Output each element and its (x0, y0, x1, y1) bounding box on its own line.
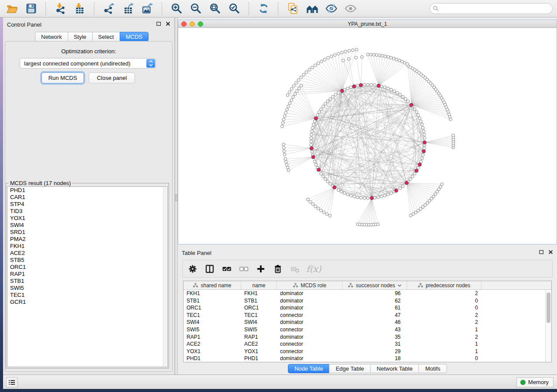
graph-hub-node[interactable] (405, 181, 408, 185)
graph-node[interactable] (393, 90, 396, 93)
graph-node[interactable] (419, 160, 422, 163)
mcds-result-item[interactable]: ORC1 (7, 264, 167, 271)
graph-node[interactable] (309, 200, 312, 203)
graph-node[interactable] (316, 113, 319, 117)
graph-node[interactable] (312, 123, 315, 126)
tab-edge-table[interactable]: Edge Table (329, 364, 370, 373)
column-header-name[interactable]: name (241, 281, 277, 289)
graph-node[interactable] (346, 87, 349, 90)
graph-node[interactable] (294, 93, 297, 96)
close-window-icon[interactable] (181, 21, 187, 27)
graph-node[interactable] (317, 207, 320, 210)
graph-node[interactable] (403, 61, 406, 64)
graph-node[interactable] (360, 196, 363, 199)
graph-node[interactable] (341, 51, 344, 54)
table-row[interactable]: SWI4SWI4dominator462 (183, 319, 551, 326)
table-row[interactable]: FKH1FKH1dominator962 (183, 290, 551, 297)
graph-node[interactable] (383, 194, 386, 197)
mcds-result-item[interactable]: STP4 (7, 201, 167, 208)
graph-node[interactable] (387, 87, 390, 90)
select-all-icon[interactable] (221, 263, 232, 275)
graph-node[interactable] (380, 195, 383, 198)
graph-node[interactable] (311, 66, 314, 69)
graph-node[interactable] (407, 100, 410, 103)
minimize-window-icon[interactable] (190, 21, 195, 27)
export-table-icon[interactable] (121, 2, 135, 16)
table-row[interactable]: YOX1YOX1connector291 (183, 348, 551, 355)
graph-node[interactable] (369, 53, 372, 56)
graph-hub-node[interactable] (314, 117, 318, 120)
mcds-result-item[interactable]: PMA2 (7, 236, 167, 243)
graph-node[interactable] (290, 99, 293, 102)
criterion-select[interactable]: largest connected component (undirected) (20, 58, 156, 69)
panel-splitter[interactable] (175, 17, 178, 375)
graph-node[interactable] (367, 197, 370, 200)
graph-node[interactable] (286, 108, 289, 111)
export-image-icon[interactable] (140, 2, 155, 16)
run-mcds-button[interactable]: Run MCDS (42, 72, 84, 83)
mcds-result-item[interactable]: SRD1 (7, 229, 167, 236)
zoom-out-icon[interactable] (188, 2, 203, 16)
graph-hub-node[interactable] (340, 89, 344, 93)
graph-node[interactable] (422, 127, 425, 130)
graph-node[interactable] (390, 56, 393, 59)
table-scrollbar-thumb[interactable] (547, 292, 550, 323)
graph-node[interactable] (330, 55, 333, 58)
table-row[interactable]: SWI5SWI5connector431 (183, 326, 551, 334)
mcds-result-item[interactable]: TID3 (7, 208, 167, 215)
graph-node[interactable] (322, 175, 325, 178)
graph-node[interactable] (283, 115, 286, 118)
mcds-result-item[interactable]: ACE2 (7, 250, 167, 257)
graph-node[interactable] (310, 137, 313, 140)
table-row[interactable]: TEC1TEC1connector472 (183, 312, 551, 319)
graph-node[interactable] (398, 59, 401, 62)
graph-node[interactable] (290, 87, 293, 90)
graph-node[interactable] (349, 194, 353, 197)
graph-node[interactable] (372, 53, 375, 56)
memory-button[interactable]: Memory (516, 377, 554, 387)
column-header-shared-name[interactable]: shared name (183, 281, 241, 289)
graph-node[interactable] (308, 69, 311, 72)
graph-node[interactable] (355, 56, 358, 59)
graph-node[interactable] (286, 94, 289, 97)
graph-node[interactable] (282, 146, 285, 149)
graph-node[interactable] (283, 153, 286, 156)
hide-graphics-details-icon[interactable] (324, 2, 339, 16)
graph-node[interactable] (356, 196, 359, 199)
graph-node[interactable] (340, 190, 343, 193)
zoom-in-icon[interactable] (169, 2, 184, 16)
graph-hub-node[interactable] (377, 84, 381, 87)
first-neighbors-icon[interactable] (304, 2, 319, 16)
graph-node[interactable] (440, 183, 443, 186)
close-panel-button[interactable]: Close panel (89, 72, 135, 83)
graph-node[interactable] (452, 134, 455, 137)
graph-node[interactable] (314, 64, 317, 67)
graph-node[interactable] (415, 110, 418, 113)
graph-node[interactable] (375, 54, 378, 57)
network-window-titlebar[interactable]: YPA_prune.txt_1 (178, 20, 557, 28)
graph-hub-node[interactable] (310, 147, 313, 150)
graph-hub-node[interactable] (415, 169, 418, 172)
graph-hub-node[interactable] (353, 85, 356, 88)
graph-node[interactable] (333, 54, 336, 57)
network-view[interactable] (178, 28, 557, 244)
graph-node[interactable] (413, 172, 416, 175)
mcds-result-item[interactable]: PHD1 (7, 187, 167, 194)
mcds-result-item[interactable]: SWI5 (7, 285, 167, 292)
graph-node[interactable] (349, 86, 353, 89)
table-row[interactable]: ORC1ORC1dominator610 (183, 304, 551, 312)
close-panel-icon[interactable] (165, 21, 171, 27)
maximize-window-icon[interactable] (198, 21, 203, 27)
graph-node[interactable] (353, 195, 356, 198)
graph-node[interactable] (355, 48, 358, 51)
graph-hub-node[interactable] (394, 189, 398, 193)
mcds-result-item[interactable]: GCR1 (7, 299, 167, 306)
graph-node[interactable] (329, 182, 332, 186)
graph-node[interactable] (348, 49, 351, 52)
graph-node[interactable] (367, 53, 370, 56)
graph-node[interactable] (356, 84, 359, 87)
zoom-selected-icon[interactable] (227, 2, 242, 16)
network-graph[interactable] (178, 28, 557, 244)
mcds-result-item[interactable]: SWI4 (7, 222, 167, 229)
mcds-result-item[interactable]: FKH1 (7, 243, 167, 250)
